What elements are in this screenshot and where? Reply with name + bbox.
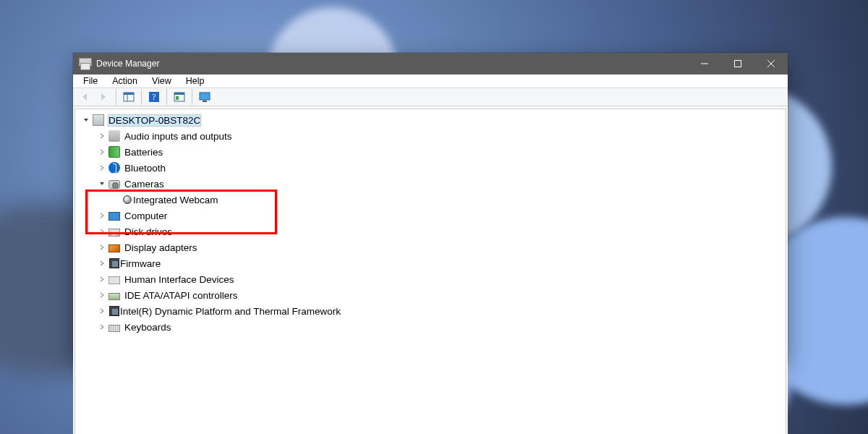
svg-rect-0 [735,61,741,67]
arrow-left-icon [79,91,90,103]
keyboard-icon [109,325,120,332]
tree-item-hid[interactable]: Human Interface Devices [77,271,784,287]
toolbar: ? [73,88,788,106]
display-adapter-icon [109,244,120,252]
disk-icon [109,229,120,237]
tree-label: Intel(R) Dynamic Platform and Thermal Fr… [120,306,341,317]
device-manager-window: Device Manager File Action View Help [73,53,788,361]
tree-label: Bluetooth [124,163,166,174]
tree-item-intel-dptf[interactable]: Intel(R) Dynamic Platform and Thermal Fr… [77,303,784,319]
menu-file[interactable]: File [76,75,105,88]
tree-label: Display adapters [124,242,197,253]
speaker-icon [109,130,120,142]
tree-item-disk[interactable]: Disk drives [77,224,784,239]
tree-item-integrated-webcam[interactable]: Integrated Webcam [77,192,784,208]
toolbar-scan-button[interactable] [171,88,188,106]
tree-item-ide[interactable]: IDE ATA/ATAPI controllers [77,287,784,303]
chevron-right-icon[interactable] [97,274,107,284]
chip-icon [109,306,119,316]
chevron-right-icon[interactable] [97,226,107,237]
tree-item-computer[interactable]: Computer [77,208,784,224]
tree-item-firmware[interactable]: Firmware [77,255,784,271]
chevron-right-icon[interactable] [97,163,107,173]
tree-label: IDE ATA/ATAPI controllers [124,290,238,301]
chevron-right-icon[interactable] [97,290,107,300]
chevron-right-icon[interactable] [97,210,107,221]
webcam-icon [123,195,132,204]
svg-rect-7 [174,93,184,95]
tree-item-batteries[interactable]: Batteries [77,144,784,160]
toolbar-forward-button [95,88,112,106]
svg-text:?: ? [152,92,156,102]
help-icon: ? [148,91,160,103]
chevron-right-icon[interactable] [97,131,107,141]
close-icon [767,60,775,67]
menu-action[interactable]: Action [105,75,145,88]
svg-rect-9 [200,93,210,100]
maximize-icon [734,60,741,67]
minimize-button[interactable] [688,53,721,75]
tree-label: Audio inputs and outputs [124,131,232,142]
monitor-icon [199,91,210,103]
device-tree[interactable]: DESKTOP-0BST82C Audio inputs and outputs… [75,109,786,434]
tree-label: Cameras [124,179,164,190]
desktop-background: Device Manager File Action View Help [0,0,868,434]
tree-label: Keyboards [124,322,171,333]
chip-icon [109,258,119,268]
svg-rect-2 [124,93,134,95]
toolbar-monitor-button[interactable] [196,88,213,106]
menu-help[interactable]: Help [179,75,212,88]
tree-label: Integrated Webcam [133,195,218,205]
monitor-icon [109,212,120,221]
tree-root-label: DESKTOP-0BST82C [109,115,200,126]
toolbar-back-button [76,88,93,106]
tree-root[interactable]: DESKTOP-0BST82C [77,112,784,128]
titlebar[interactable]: Device Manager [73,53,788,75]
maximize-button[interactable] [721,53,754,75]
chevron-right-icon[interactable] [97,147,107,157]
svg-rect-8 [176,96,179,100]
toolbar-show-hide-button[interactable] [120,88,137,106]
device-manager-icon [79,58,90,69]
chevron-down-icon[interactable] [97,179,107,189]
tree-item-cameras[interactable]: Cameras [77,176,784,192]
battery-icon [109,146,120,158]
tree-item-keyboards[interactable]: Keyboards [77,319,784,335]
arrow-right-icon [98,91,109,103]
hid-icon [109,276,120,284]
bluetooth-icon [109,162,120,174]
tree-label: Disk drives [124,226,172,237]
minimize-icon [701,60,708,67]
tree-label: Human Interface Devices [124,274,234,285]
menu-view[interactable]: View [145,75,179,88]
camera-icon [109,180,120,189]
tree-item-audio[interactable]: Audio inputs and outputs [77,128,784,144]
tree-item-bluetooth[interactable]: Bluetooth [77,160,784,176]
scan-hardware-icon [174,91,185,103]
chevron-right-icon[interactable] [97,306,107,316]
computer-icon [93,114,104,126]
tree-label: Computer [124,210,167,221]
menu-bar: File Action View Help [73,75,788,88]
chevron-right-icon[interactable] [97,242,107,252]
tree-label: Batteries [124,147,163,158]
tree-label: Firmware [120,258,161,269]
ide-controller-icon [109,293,120,300]
chevron-right-icon[interactable] [97,258,107,268]
console-tree-icon [123,91,135,103]
window-title: Device Manager [96,59,159,69]
toolbar-help-button[interactable]: ? [145,88,163,106]
close-button[interactable] [754,53,788,75]
chevron-right-icon[interactable] [97,322,107,332]
chevron-down-icon[interactable] [81,115,91,125]
tree-item-display[interactable]: Display adapters [77,239,784,255]
